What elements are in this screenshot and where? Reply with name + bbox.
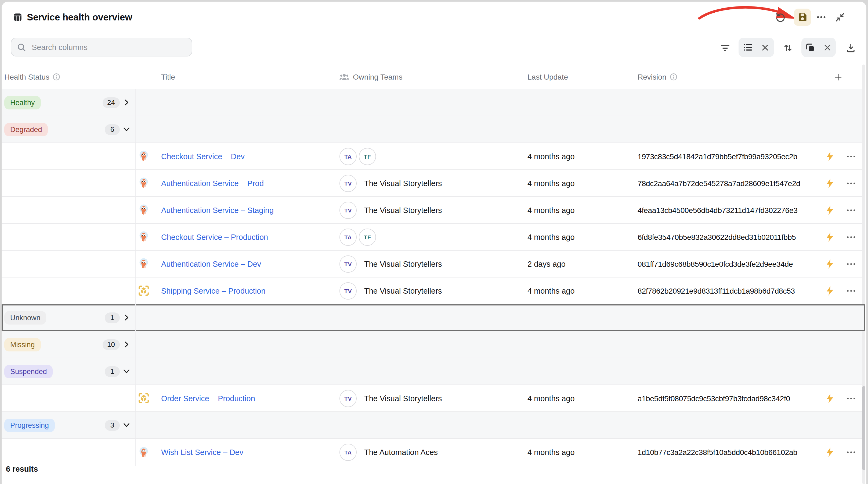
chevron-icon[interactable] (121, 124, 131, 134)
column-divider (135, 116, 136, 143)
lightning-icon[interactable] (825, 393, 835, 403)
squid-in-bubble-icon (137, 258, 150, 270)
lightning-icon[interactable] (825, 205, 835, 215)
revision-hash: 78dc2aa64a7b72de545278a7ad28609e1f547e2d (638, 179, 800, 188)
list-view-icon[interactable] (742, 42, 753, 53)
table-row: Checkout Service – Dev TATF 4 months ago… (2, 143, 865, 170)
info-icon[interactable] (670, 73, 677, 81)
undo-button[interactable] (773, 10, 788, 25)
revision-hash: 4feaa13cb4500e56db4db73211d147fd302276e3 (638, 206, 798, 214)
search-icon (17, 42, 26, 52)
cube-scan-icon (137, 284, 150, 297)
service-link[interactable]: Shipping Service – Production (161, 286, 266, 295)
status-badge: Suspended (4, 365, 53, 378)
lightning-icon[interactable] (825, 151, 835, 161)
results-count: 6 results (6, 465, 38, 473)
lightning-icon[interactable] (825, 286, 835, 296)
table-row: Authentication Service – Prod TVThe Visu… (2, 170, 865, 197)
table-row: Wish List Service – Dev TAThe Automation… (2, 439, 865, 466)
filter-icon[interactable] (719, 41, 732, 54)
revision-hash: 82f7862b20921e9d8313ff11dcb1a98b6d7d8c53 (638, 286, 795, 295)
column-header-last-update[interactable]: Last Update (527, 64, 568, 89)
add-column-button[interactable] (830, 69, 845, 84)
chevron-icon[interactable] (121, 367, 131, 376)
actions-column-divider (815, 331, 815, 358)
last-update: 4 months ago (527, 394, 575, 402)
row-menu-button[interactable] (845, 259, 857, 268)
service-icon (137, 257, 150, 270)
table-row: Checkout Service – Production TATF 4 mon… (2, 224, 865, 251)
group-row[interactable]: Healthy 24 (2, 89, 865, 116)
group-row[interactable]: Missing 10 (2, 331, 865, 358)
row-menu-button[interactable] (845, 448, 857, 457)
team-names: The Visual Storytellers (364, 259, 442, 268)
row-menu-button[interactable] (845, 178, 857, 188)
collapse-widget-button[interactable] (833, 10, 847, 25)
last-update: 4 months ago (527, 152, 575, 161)
chevron-icon[interactable] (121, 340, 131, 349)
column-header-owning-teams[interactable]: Owning Teams (339, 64, 403, 89)
chevron-icon[interactable] (121, 420, 131, 430)
group-count: 1 (105, 366, 120, 377)
service-link[interactable]: Authentication Service – Dev (161, 259, 261, 268)
clear-group-by-icon[interactable] (822, 42, 833, 53)
column-divider (135, 304, 136, 331)
group-row[interactable]: Suspended 1 (2, 358, 865, 385)
table-row: Order Service – Production TVThe Visual … (2, 385, 865, 412)
actions-column-divider (815, 412, 815, 438)
row-menu-button[interactable] (845, 205, 857, 215)
clear-view-icon[interactable] (760, 42, 771, 53)
group-row[interactable]: Degraded 6 (2, 116, 865, 143)
vertical-scrollbar (862, 64, 865, 484)
sort-icon[interactable] (781, 41, 795, 54)
column-header-revision[interactable]: Revision (638, 64, 677, 89)
search-input[interactable] (31, 42, 186, 52)
lightning-icon[interactable] (825, 178, 835, 188)
chevron-icon[interactable] (121, 313, 131, 322)
team-avatars: TVThe Visual Storytellers (339, 385, 442, 411)
lightning-icon[interactable] (825, 447, 835, 457)
status-badge: Degraded (4, 123, 48, 136)
column-header-health-status[interactable]: Health Status (4, 64, 60, 89)
last-update: 4 months ago (527, 179, 575, 188)
column-divider (135, 143, 136, 169)
last-update: 2 days ago (527, 259, 566, 268)
lightning-icon[interactable] (825, 259, 835, 269)
service-link[interactable]: Checkout Service – Dev (161, 152, 245, 161)
group-row[interactable]: Unknown 1 (2, 304, 865, 331)
row-menu-button[interactable] (845, 393, 857, 403)
service-link[interactable]: Order Service – Production (161, 394, 255, 402)
group-by-pill (801, 38, 836, 57)
row-menu-button[interactable] (845, 286, 857, 295)
save-button[interactable] (794, 9, 811, 26)
service-link[interactable]: Checkout Service – Production (161, 233, 268, 241)
revision-hash: 1d10b77c3a2a22c38f5f10a5dd0c4b10b66102ab (638, 448, 797, 457)
info-icon[interactable] (53, 73, 60, 81)
scrollbar-thumb[interactable] (862, 386, 865, 470)
group-by-icon[interactable] (804, 42, 815, 53)
search-input-wrap[interactable] (11, 38, 192, 56)
group-count: 3 (105, 420, 120, 430)
chevron-icon[interactable] (121, 97, 131, 107)
column-divider (135, 224, 136, 250)
service-link[interactable]: Authentication Service – Staging (161, 206, 274, 214)
more-options-button[interactable] (814, 10, 829, 25)
service-link[interactable]: Wish List Service – Dev (161, 448, 243, 457)
revision-hash: 1973c83c5d41842a1d79bb5ef7fb99a93205ec2b (638, 152, 797, 161)
last-update: 4 months ago (527, 206, 575, 214)
actions-column-divider (815, 385, 815, 411)
service-link[interactable]: Authentication Service – Prod (161, 179, 264, 188)
lightning-icon[interactable] (825, 232, 835, 242)
last-update: 4 months ago (527, 286, 575, 295)
service-icon (137, 284, 150, 297)
row-menu-button[interactable] (845, 232, 857, 242)
actions-column-divider (815, 197, 815, 223)
download-icon[interactable] (844, 41, 857, 54)
row-menu-button[interactable] (845, 151, 857, 161)
actions-column-divider (815, 89, 815, 116)
group-row[interactable]: Progressing 3 (2, 412, 865, 439)
squid-in-bubble-icon (137, 204, 150, 216)
page-title: Service health overview (27, 11, 132, 23)
column-header-title[interactable]: Title (161, 64, 175, 89)
status-badge: Progressing (4, 418, 55, 432)
